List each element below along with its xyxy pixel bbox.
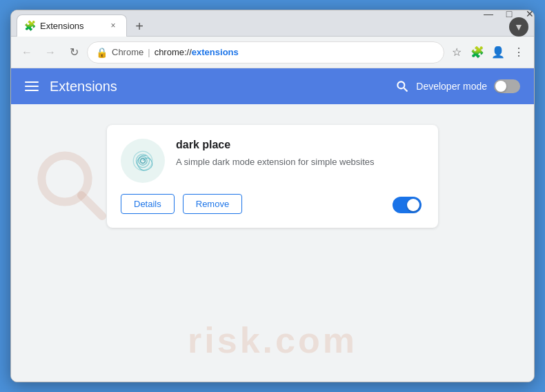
watermark-search-icon: [32, 146, 115, 243]
svg-line-1: [404, 88, 408, 92]
spiral-icon: [128, 146, 158, 176]
reload-button[interactable]: ↻: [63, 42, 84, 63]
hamburger-line-1: [25, 81, 39, 83]
forward-icon: →: [45, 46, 56, 59]
extensions-icon: 🧩: [470, 46, 484, 59]
url-bold: extensions: [192, 47, 239, 57]
window-controls: — □ ✕: [479, 10, 535, 23]
extensions-content: dark place A simple dark mode extension …: [11, 104, 534, 382]
svg-point-0: [398, 81, 405, 88]
extension-toggle-area: [393, 195, 422, 213]
tab-close-button[interactable]: ×: [107, 19, 119, 32]
extensions-button[interactable]: 🧩: [468, 43, 487, 62]
extension-description: A simple dark mode extension for simple …: [176, 155, 422, 169]
extension-card: dark place A simple dark mode extension …: [107, 125, 438, 228]
extension-info: dark place A simple dark mode extension …: [176, 139, 422, 169]
reload-icon: ↻: [70, 46, 79, 59]
page-title: Extensions: [50, 79, 384, 95]
new-tab-button[interactable]: +: [130, 17, 149, 37]
back-icon: ←: [21, 46, 32, 59]
developer-mode-label: Developer mode: [416, 81, 487, 92]
back-button[interactable]: ←: [17, 42, 37, 63]
extension-card-bottom: Details Remove: [121, 191, 422, 214]
extension-name: dark place: [176, 139, 422, 151]
minimize-button[interactable]: —: [479, 10, 498, 23]
hamburger-menu[interactable]: [25, 81, 39, 91]
star-icon: ☆: [452, 46, 462, 59]
remove-button[interactable]: Remove: [183, 194, 242, 214]
search-button[interactable]: [395, 79, 409, 93]
extension-enabled-toggle[interactable]: [393, 197, 422, 213]
svg-point-2: [41, 155, 88, 202]
extension-card-top: dark place A simple dark mode extension …: [121, 139, 422, 183]
details-button[interactable]: Details: [121, 194, 175, 214]
url-separator: |: [148, 47, 150, 57]
developer-mode-toggle[interactable]: [494, 79, 520, 93]
url-site: Chrome: [112, 47, 143, 57]
maximize-button[interactable]: □: [499, 10, 519, 23]
watermark-text: risk.com: [188, 320, 357, 361]
address-bar: ← → ↻ 🔒 Chrome | chrome://extensions ☆ 🧩…: [11, 37, 534, 68]
url-path: chrome://extensions: [155, 47, 239, 57]
profile-button[interactable]: 👤: [488, 43, 508, 62]
tab-label: Extensions: [40, 21, 103, 31]
hamburger-line-2: [25, 86, 39, 87]
forward-button[interactable]: →: [40, 42, 61, 63]
browser-window: 🧩 Extensions × + ▼ — □ ✕ ← → ↻ 🔒: [10, 10, 535, 382]
hamburger-line-3: [25, 90, 39, 91]
bookmark-button[interactable]: ☆: [447, 43, 466, 62]
title-bar: 🧩 Extensions × + ▼ — □ ✕: [11, 10, 534, 37]
extensions-header: Extensions Developer mode: [11, 68, 534, 104]
svg-line-3: [81, 195, 102, 216]
url-bar[interactable]: 🔒 Chrome | chrome://extensions: [87, 41, 444, 63]
developer-mode-area: Developer mode: [395, 79, 520, 93]
profile-icon: 👤: [491, 46, 505, 59]
extensions-tab[interactable]: 🧩 Extensions ×: [17, 14, 127, 37]
menu-icon: ⋮: [513, 46, 524, 59]
extension-icon: [121, 139, 165, 183]
search-icon: [395, 79, 409, 93]
url-actions: ☆ 🧩 👤 ⋮: [447, 43, 528, 62]
menu-button[interactable]: ⋮: [509, 43, 528, 62]
close-button[interactable]: ✕: [520, 10, 535, 23]
secure-icon: 🔒: [96, 47, 108, 58]
tab-icon: 🧩: [24, 20, 36, 31]
